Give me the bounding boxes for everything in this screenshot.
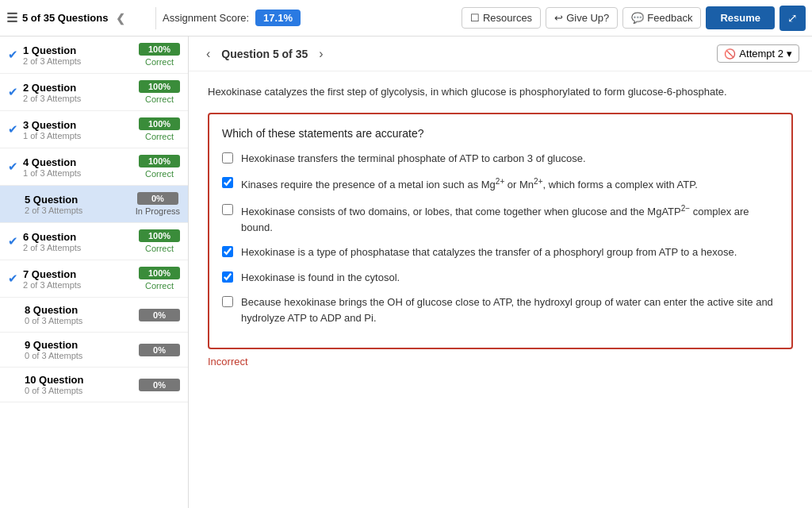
sidebar-item-attempts: 2 of 3 Attempts <box>23 280 132 290</box>
sidebar-item-badge: 100% Correct <box>139 43 180 67</box>
questions-summary: ☰ 5 of 35 Questions ❮ <box>6 10 149 25</box>
status-label: Correct <box>145 281 174 291</box>
option-a-checkbox[interactable] <box>222 152 233 164</box>
collapse-sidebar-button[interactable]: ❮ <box>116 12 125 25</box>
sidebar: ✔ 1 Question 2 of 3 Attempts 100% Correc… <box>0 37 189 508</box>
resume-button[interactable]: Resume <box>706 6 775 29</box>
ban-icon: 🚫 <box>724 48 736 60</box>
questions-summary-text: 5 of 35 Questions <box>22 12 108 24</box>
pct-badge: 0% <box>139 309 180 321</box>
score-badge: 17.1% <box>255 10 301 26</box>
assignment-score-section: Assignment Score: 17.1% <box>163 10 301 26</box>
sidebar-item-7[interactable]: ✔ 7 Question 2 of 3 Attempts 100% Correc… <box>0 260 188 298</box>
sidebar-item-badge: 0% <box>139 344 180 356</box>
sidebar-item-3[interactable]: ✔ 3 Question 1 of 3 Attempts 100% Correc… <box>0 111 188 148</box>
menu-icon[interactable]: ☰ <box>6 10 17 25</box>
option-c: Hexokinase consists of two domains, or l… <box>222 202 779 235</box>
sidebar-item-attempts: 2 of 3 Attempts <box>23 56 132 66</box>
check-icon: ✔ <box>8 234 18 248</box>
status-label: Correct <box>145 132 174 141</box>
option-e-checkbox[interactable] <box>222 271 233 283</box>
status-label: Correct <box>145 169 174 179</box>
question-content: ‹ Question 5 of 35 › 🚫 Attempt 2 ▾ Hexok… <box>189 37 812 508</box>
divider <box>155 7 156 29</box>
sidebar-item-label: 8 Question <box>25 304 132 316</box>
sidebar-item-attempts: 0 of 3 Attempts <box>25 386 132 395</box>
option-b-text: Kinases require the presence of a metal … <box>241 175 698 193</box>
sidebar-item-6[interactable]: ✔ 6 Question 2 of 3 Attempts 100% Correc… <box>0 223 188 260</box>
question-context: Hexokinase catalyzes the first step of g… <box>208 84 793 100</box>
feedback-icon: 💬 <box>631 12 644 24</box>
sidebar-item-badge: 100% Correct <box>139 80 180 104</box>
pct-badge: 100% <box>139 267 180 279</box>
check-icon: ✔ <box>8 271 18 286</box>
topbar-actions: ☐ Resources ↩ Give Up? 💬 Feedback Resume… <box>462 6 806 31</box>
resources-icon: ☐ <box>470 12 480 24</box>
sidebar-item-label: 2 Question <box>23 82 132 94</box>
give-up-label: Give Up? <box>566 12 609 24</box>
option-f-checkbox[interactable] <box>222 296 233 307</box>
question-body: Hexokinase catalyzes the first step of g… <box>189 71 812 380</box>
option-b: Kinases require the presence of a metal … <box>222 175 779 193</box>
sidebar-item-2[interactable]: ✔ 2 Question 2 of 3 Attempts 100% Correc… <box>0 74 188 111</box>
status-label: In Progress <box>136 206 180 216</box>
pct-badge: 0% <box>137 192 178 205</box>
sidebar-item-label: 10 Question <box>25 374 132 386</box>
sidebar-item-badge: 0% <box>139 309 180 321</box>
sidebar-item-label: 1 Question <box>23 44 132 56</box>
assignment-score-label: Assignment Score: <box>163 12 249 24</box>
resources-label: Resources <box>483 12 532 24</box>
sidebar-item-label: 3 Question <box>23 119 132 131</box>
pct-badge: 0% <box>139 379 180 391</box>
attempt-label: Attempt 2 <box>739 48 783 60</box>
pct-badge: 100% <box>139 229 180 242</box>
sidebar-item-4[interactable]: ✔ 4 Question 1 of 3 Attempts 100% Correc… <box>0 148 188 186</box>
pct-badge: 100% <box>139 43 180 56</box>
sidebar-item-label: 7 Question <box>23 268 132 280</box>
sidebar-item-attempts: 2 of 3 Attempts <box>23 243 132 252</box>
sidebar-item-attempts: 1 of 3 Attempts <box>23 168 132 178</box>
question-nav-title: Question 5 of 35 <box>221 48 308 60</box>
result-label: Incorrect <box>208 356 793 368</box>
sidebar-item-9[interactable]: 9 Question 0 of 3 Attempts 0% <box>0 333 188 368</box>
option-b-checkbox[interactable] <box>222 177 233 188</box>
sidebar-item-1[interactable]: ✔ 1 Question 2 of 3 Attempts 100% Correc… <box>0 37 188 74</box>
status-label: Correct <box>145 57 174 67</box>
sidebar-item-badge: 100% Correct <box>139 267 180 291</box>
option-f: Because hexokinase brings the OH of gluc… <box>222 294 779 325</box>
next-question-button[interactable]: › <box>314 45 327 63</box>
question-box: Which of these statements are accurate? … <box>208 113 793 350</box>
question-nav: ‹ Question 5 of 35 › 🚫 Attempt 2 ▾ <box>189 37 812 71</box>
status-label: Correct <box>145 244 174 253</box>
sidebar-item-label: 6 Question <box>23 231 132 243</box>
sidebar-item-10[interactable]: 10 Question 0 of 3 Attempts 0% <box>0 368 188 402</box>
sidebar-item-attempts: 2 of 3 Attempts <box>25 206 129 215</box>
feedback-button[interactable]: 💬 Feedback <box>622 7 701 29</box>
option-e-text: Hexokinase is found in the cytosol. <box>241 270 400 286</box>
option-a-text: Hexokinase transfers the terminal phosph… <box>241 151 586 167</box>
main-layout: ✔ 1 Question 2 of 3 Attempts 100% Correc… <box>0 37 812 508</box>
option-d-text: Hexokinase is a type of phosphatase that… <box>241 244 737 260</box>
give-up-button[interactable]: ↩ Give Up? <box>546 7 618 29</box>
sidebar-item-badge: 0% <box>139 379 180 391</box>
expand-button[interactable]: ⤢ <box>779 6 806 31</box>
sidebar-item-8[interactable]: 8 Question 0 of 3 Attempts 0% <box>0 298 188 333</box>
option-c-checkbox[interactable] <box>222 204 233 215</box>
sidebar-item-label: 4 Question <box>23 156 132 168</box>
option-d: Hexokinase is a type of phosphatase that… <box>222 244 779 260</box>
feedback-label: Feedback <box>647 12 692 24</box>
sidebar-item-attempts: 2 of 3 Attempts <box>23 94 132 103</box>
prev-question-button[interactable]: ‹ <box>201 45 215 63</box>
sidebar-item-badge: 100% Correct <box>139 155 180 179</box>
option-d-checkbox[interactable] <box>222 246 233 257</box>
option-c-text: Hexokinase consists of two domains, or l… <box>241 202 779 235</box>
resources-button[interactable]: ☐ Resources <box>462 7 541 29</box>
question-prompt: Which of these statements are accurate? <box>222 127 779 140</box>
attempt-selector[interactable]: 🚫 Attempt 2 ▾ <box>717 44 799 63</box>
option-f-text: Because hexokinase brings the OH of gluc… <box>241 294 779 325</box>
option-a: Hexokinase transfers the terminal phosph… <box>222 151 779 167</box>
sidebar-item-5[interactable]: 5 Question 2 of 3 Attempts 0% In Progres… <box>0 186 188 223</box>
sidebar-item-badge: 100% Correct <box>139 117 180 141</box>
sidebar-item-label: 5 Question <box>25 194 129 206</box>
pct-badge: 100% <box>139 155 180 167</box>
